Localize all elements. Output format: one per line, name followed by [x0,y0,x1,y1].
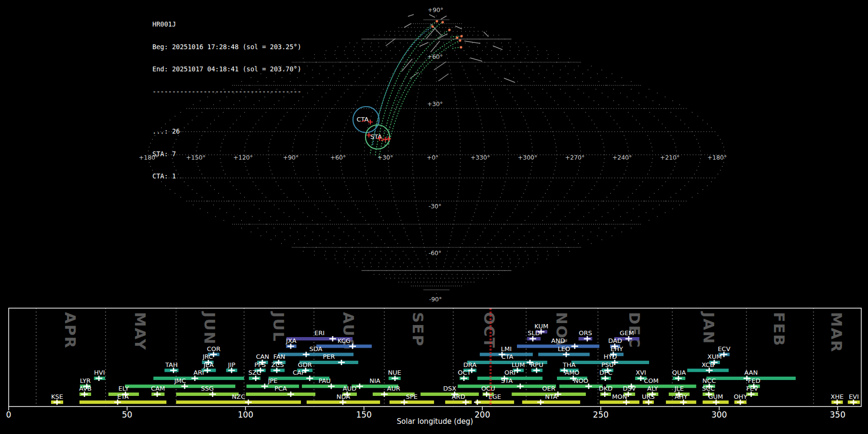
shower-peak-marker-DKD [601,392,608,397]
shower-label-ETA: ETA [117,393,129,400]
shower-label-LYR: LYR [80,377,91,384]
shower-label-SCC: SCC [702,385,715,392]
shower-peak-marker-CAM [154,392,161,397]
shower-label-SLD: SLD [528,329,540,337]
shower-label-JXA: JXA [285,337,297,344]
shower-label-OER: OER [542,385,555,392]
shower-peak-marker-SLD [529,336,536,341]
shower-bar-DSX [420,393,479,396]
shower-peak-marker-ARI [191,376,198,381]
shower-label-SSG: SSG [201,385,214,392]
month-label: JUL [270,311,287,342]
shower-label-GDR: GDR [298,361,312,368]
shower-label-ORS: ORS [579,329,592,337]
latitude-tick-label: -30° [429,203,442,210]
shower-peak-marker-CAP [306,376,313,381]
shower-bar-MON [600,401,639,404]
shower-peak-marker-ZCS [273,368,280,373]
shower-label-AUR: AUR [387,385,400,392]
shower-bar-NOO [559,385,603,388]
shower-label-LEO: LEO [558,345,570,353]
shower-label-AND: AND [551,337,565,344]
trail-tip-dot [448,28,450,31]
longitude-tick-label: +210° [660,154,680,161]
shower-peak-marker-TAH [170,368,177,373]
latitude-tick-label: +60° [427,53,443,60]
shower-bar-JPE [246,385,299,388]
shower-label-TAH: TAH [165,361,178,368]
shower-label-ERI: ERI [314,329,325,337]
shower-label-NZC: NZC [232,393,245,400]
shower-peak-marker-JEA [204,368,211,373]
shower-label-FEV: FEV [746,385,759,392]
shower-label-NOO: NOO [574,377,588,384]
sporadic-meteor-trail [441,16,447,19]
meteor-trail [375,22,443,155]
x-tick-label: 0 [6,410,12,420]
month-label: FEB [771,312,788,347]
x-axis-title: Solar longitude (deg) [397,417,473,426]
shower-peak-marker-GUM [713,400,719,405]
shower-label-DSX: DSX [443,385,456,392]
shower-label-CTA: CTA [501,353,513,360]
shower-label-EHY: EHY [610,345,623,353]
sporadic-count: ...: 26 [152,128,301,136]
observation-end: End: 20251017 04:18:41 (sol = 203.70°) [152,66,301,73]
shower-label-FED: FED [748,377,760,384]
sporadic-meteor-trail [504,78,515,82]
x-tick-label: 300 [711,410,727,420]
shower-peak-marker-NZC [245,400,252,405]
shower-peak-marker-OHY [737,400,744,405]
month-label: JAN [700,311,718,344]
longitude-tick-label: +180° [707,154,727,161]
shower-peak-marker-JXA [287,344,294,349]
shower-peak-marker-SZC [252,376,259,381]
shower-label-AMO: AMO [565,369,579,376]
shower-label-AUD: AUD [343,385,356,392]
month-label: MAY [132,312,149,351]
map-info-block: HR001J Beg: 20251016 17:28:48 (sol = 203… [152,6,301,195]
longitude-tick-label: +0° [427,154,439,161]
sporadic-meteor-trail [408,14,414,16]
shower-label-OCT: OCT [458,369,471,376]
shower-peak-marker-PAU [328,384,335,389]
month-label: MAR [828,312,845,353]
sta-meteor-trails [370,20,463,157]
shower-peak-marker-ORS [584,336,591,341]
shower-peak-marker-NIA [356,384,363,389]
sporadic-meteor-trail [420,42,428,46]
sporadic-meteor-trail [386,39,395,46]
latitude-tick-label: +30° [427,100,443,108]
shower-peak-marker-MON [623,400,630,405]
meteor-trail [452,47,461,49]
shower-label-NDA: NDA [337,393,351,400]
shower-label-DAD: DAD [608,337,622,344]
shower-label-NUE: NUE [388,369,401,376]
month-label: JUN [201,311,218,345]
shower-bar-ETA [80,401,166,404]
month-label: APR [62,312,79,349]
shower-label-QUA: QUA [672,369,686,376]
shower-peak-marker-AND [571,344,578,349]
shower-bar-PAU [302,385,347,388]
trail-tip-dot [431,25,434,27]
shower-label-KUM: KUM [534,323,548,330]
shower-bar-JMC [125,385,235,388]
cta-meteor-trails [373,25,434,145]
shower-bar-NZC [176,401,301,404]
trail-tip-dot [460,46,462,48]
shower-bars: KUMERISLDORSGEMJXAKCGANDDADCORSDALMILEOE… [51,323,860,405]
radiant-trail-fragment [381,140,384,140]
shower-peak-marker-XCB [706,368,713,373]
radiant-label-sta: STA [370,133,382,140]
shower-peak-marker-DPC [602,376,609,381]
latitude-tick-label: -60° [429,249,442,257]
shower-label-XVI: XVI [636,369,646,376]
meteor-trail [450,36,461,37]
longitude-tick-label: +330° [471,154,490,161]
shower-label-SPE: SPE [406,393,418,400]
activity-timeline-chart: APRMAYJUNJULAUGSEPOCTNOVDECJANFEBMARKUME… [0,306,868,434]
shower-peak-marker-OCT [461,376,467,381]
shower-label-SDA: SDA [310,345,323,353]
shower-label-SZC: SZC [248,369,261,376]
